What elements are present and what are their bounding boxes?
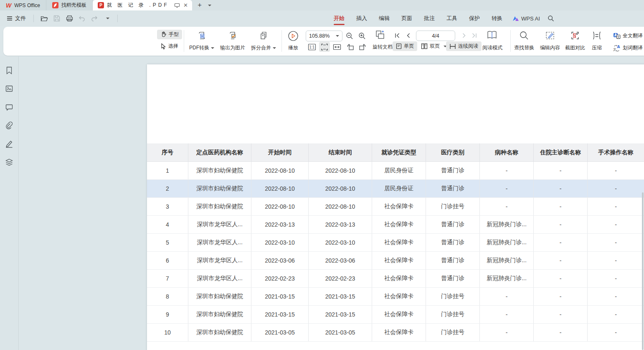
edit-content-button[interactable]: 编辑内容	[537, 29, 563, 53]
continuous-reading-label: 连续阅读	[458, 43, 478, 50]
tab-docer-templates[interactable]: 找稻壳模板	[46, 0, 93, 10]
tab-wps-office[interactable]: W WPS Office	[0, 0, 46, 10]
find-replace-button[interactable]: 查找替换	[511, 29, 537, 53]
table-cell: 7	[147, 270, 188, 287]
menu-edit[interactable]: 编辑	[373, 11, 396, 26]
double-page-icon	[421, 43, 428, 49]
double-page-button[interactable]: 双页	[418, 41, 450, 51]
signature-panel-icon[interactable]	[5, 139, 14, 148]
table-cell: 4	[147, 216, 188, 233]
first-page-icon[interactable]	[393, 31, 402, 41]
table-row[interactable]: 4深圳市龙华区人...2022-03-132022-03-13社会保障卡普通门诊…	[147, 216, 644, 234]
table-cell: 新冠肺炎门诊...	[480, 252, 534, 269]
fit-page-icon[interactable]	[319, 42, 330, 52]
print-icon[interactable]	[64, 13, 75, 23]
table-header-cell: 序号	[147, 143, 188, 161]
table-row[interactable]: 8深圳市妇幼保健院2021-03-152021-03-15社会保障卡门诊挂号--…	[147, 288, 644, 306]
edit-content-icon	[545, 31, 555, 41]
comment-panel-icon[interactable]	[5, 102, 14, 112]
split-merge-icon	[259, 31, 269, 41]
play-button[interactable]: 播放	[278, 29, 308, 53]
table-cell: -	[534, 252, 588, 269]
table-row[interactable]: 5深圳市龙华区人...2022-03-102022-03-10社会保障卡普通门诊…	[147, 234, 644, 252]
export-image-button[interactable]: 输出为图片	[217, 29, 248, 53]
tab-document-active[interactable]: P 就 医 记 录 .PDF ✕	[93, 0, 192, 10]
single-page-button[interactable]: 单页	[393, 41, 417, 51]
continuous-reading-button[interactable]: 连续阅读	[446, 41, 482, 51]
table-cell: 3	[147, 198, 188, 215]
undo-icon[interactable]	[76, 13, 87, 23]
page-number-input[interactable]: 4/4	[416, 31, 455, 41]
rotate-right-icon[interactable]	[357, 42, 368, 52]
table-header-row: 序号定点医药机构名称开始时间结束时间就诊凭证类型医疗类别病种名称住院主诊断名称手…	[147, 143, 644, 162]
zoom-level-select[interactable]: 105.88%	[306, 31, 342, 41]
window-tab-bar: W WPS Office 找稻壳模板 P 就 医 记 录 .PDF ✕ ＋	[0, 0, 644, 10]
previous-page-icon[interactable]	[403, 31, 413, 41]
table-cell: -	[534, 288, 588, 305]
word-translate-label: 划词翻译	[623, 44, 643, 51]
menu-convert[interactable]: 转换	[486, 11, 508, 26]
table-cell: 社会保障卡	[372, 216, 426, 233]
bookmark-panel-icon[interactable]	[5, 66, 14, 75]
hand-tool-button[interactable]: 手型	[157, 30, 182, 39]
menu-protect[interactable]: 保护	[463, 11, 486, 26]
table-cell: 2022-08-10	[251, 198, 309, 215]
read-mode-button[interactable]: 阅读模式	[478, 29, 507, 53]
divider	[510, 30, 511, 52]
menu-home[interactable]: 开始	[328, 11, 350, 26]
menu-page[interactable]: 页面	[396, 11, 418, 26]
table-row[interactable]: 9深圳市妇幼保健院2021-03-152021-03-15社会保障卡门诊挂号--…	[147, 306, 644, 324]
monitor-icon[interactable]	[174, 3, 180, 8]
table-row[interactable]: 1深圳市妇幼保健院2022-08-102022-08-10居民身份证普通门诊--…	[147, 162, 644, 180]
table-cell: 10	[147, 324, 188, 341]
menu-wps-ai[interactable]: WPS AI	[508, 12, 544, 26]
split-merge-button[interactable]: 拆分合并	[248, 29, 279, 53]
full-translate-button[interactable]: A文 全文翻译	[610, 31, 644, 41]
new-tab-icon[interactable]: ＋	[196, 1, 203, 10]
table-row[interactable]: 10深圳市妇幼保健院2021-03-052021-03-05社会保障卡门诊挂号-…	[147, 324, 644, 342]
close-tab-icon[interactable]: ✕	[183, 2, 188, 8]
tab-list-chevron-icon[interactable]	[208, 5, 211, 6]
menu-insert[interactable]: 插入	[350, 11, 373, 26]
table-cell: 2022-08-10	[309, 162, 372, 179]
zoom-out-icon[interactable]	[344, 31, 355, 41]
select-tool-button[interactable]: 选择	[157, 41, 182, 51]
open-file-icon[interactable]	[39, 13, 50, 23]
zoom-in-icon[interactable]	[357, 31, 368, 41]
rotate-left-icon[interactable]	[345, 42, 356, 52]
table-cell: 门诊挂号	[426, 198, 480, 215]
redo-icon[interactable]	[89, 13, 100, 23]
thumbnail-panel-icon[interactable]	[5, 84, 14, 93]
table-row[interactable]: 2深圳市妇幼保健院2022-08-102022-08-10居民身份证普通门诊--…	[147, 180, 644, 198]
pdf-convert-button[interactable]: PDF转换	[186, 29, 217, 53]
document-canvas[interactable]: 序号定点医药机构名称开始时间结束时间就诊凭证类型医疗类别病种名称住院主诊断名称手…	[19, 56, 644, 350]
quickbar-chevron-icon[interactable]	[101, 13, 112, 23]
menu-comment[interactable]: 批注	[418, 11, 441, 26]
document-side-panel-bar	[0, 56, 19, 350]
layers-panel-icon[interactable]	[5, 158, 14, 167]
last-page-icon[interactable]	[469, 31, 479, 41]
divider	[33, 15, 34, 22]
compress-button[interactable]: 压缩	[586, 29, 607, 53]
fit-width-icon[interactable]	[332, 42, 342, 52]
table-cell: 5	[147, 234, 188, 251]
read-mode-icon	[487, 31, 498, 40]
attachment-panel-icon[interactable]	[5, 121, 14, 130]
screenshot-compare-button[interactable]: 截图对比	[562, 29, 588, 53]
rotate-document-label[interactable]: 旋转文档	[373, 44, 393, 50]
ribbon-toolbar: 手型 选择 PDF转换 输出为图片 拆分合并 播放	[3, 27, 644, 56]
word-translate-button[interactable]: 文A 划词翻译	[610, 43, 644, 53]
rotate-document-icon[interactable]	[373, 29, 387, 41]
menu-tools[interactable]: 工具	[441, 11, 463, 26]
save-icon[interactable]	[51, 13, 62, 23]
full-translate-label: 全文翻译	[623, 32, 643, 39]
table-row[interactable]: 3深圳市妇幼保健院2022-08-102022-08-10社会保障卡门诊挂号--…	[147, 198, 644, 216]
vertical-scrollbar[interactable]	[642, 192, 644, 350]
table-row[interactable]: 7深圳市龙华区人...2022-02-232022-02-23社会保障卡普通门诊…	[147, 270, 644, 288]
next-page-icon[interactable]	[459, 31, 469, 41]
table-row[interactable]: 6深圳市龙华区人...2022-03-062022-03-06社会保障卡普通门诊…	[147, 252, 644, 270]
file-menu-button[interactable]: 文件	[4, 13, 28, 24]
compress-icon	[591, 31, 602, 41]
menu-search-icon[interactable]	[548, 15, 554, 22]
actual-size-icon[interactable]: 1:1	[307, 42, 317, 52]
